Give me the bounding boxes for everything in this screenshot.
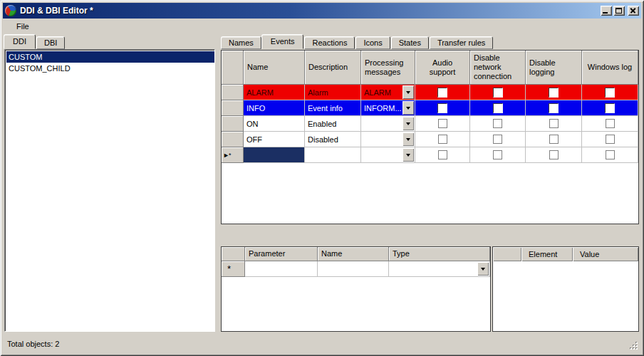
tab-ddi[interactable]: DDI xyxy=(4,34,36,49)
right-tabstrip: Names Events Reactions Icons States Tran… xyxy=(221,34,494,49)
column-header-audio-support[interactable]: Audio support xyxy=(415,51,470,85)
cell-processing-messages[interactable] xyxy=(361,132,415,147)
column-header-element[interactable]: Element xyxy=(521,247,573,261)
windows-log-checkbox[interactable] xyxy=(606,135,615,144)
cell-processing-messages[interactable]: INFORM... xyxy=(361,100,415,116)
column-header-description[interactable]: Description xyxy=(305,51,361,85)
list-item-custom[interactable]: CUSTOM xyxy=(6,51,214,63)
close-button[interactable] xyxy=(628,6,639,16)
tab-states[interactable]: States xyxy=(391,36,429,49)
column-header-processing-messages[interactable]: Processing messages xyxy=(361,51,415,85)
audio-support-checkbox[interactable] xyxy=(438,150,447,159)
cell-name[interactable]: ON xyxy=(244,116,305,132)
table-row-new: ►* xyxy=(222,147,638,163)
disable-logging-checkbox[interactable] xyxy=(549,135,559,144)
menu-item-file[interactable]: File xyxy=(11,21,34,32)
windows-log-checkbox[interactable] xyxy=(605,88,615,98)
tab-transfer-rules[interactable]: Transfer rules xyxy=(430,36,493,49)
minimize-icon xyxy=(603,12,608,14)
cell-description[interactable]: Enabled xyxy=(305,116,361,132)
events-grid: Name Description Processing messages Aud… xyxy=(221,50,639,224)
objects-listbox[interactable]: CUSTOM CUSTOM_CHILD xyxy=(4,49,215,332)
cell-processing-messages[interactable] xyxy=(361,116,415,132)
cell-disable-network xyxy=(470,116,526,132)
chevron-down-icon xyxy=(406,91,410,94)
cell-description[interactable]: Event info xyxy=(305,100,361,116)
disable-logging-checkbox[interactable] xyxy=(549,103,559,113)
audio-support-checkbox[interactable] xyxy=(438,119,447,128)
tab-dbi[interactable]: DBI xyxy=(36,36,65,49)
column-header-type[interactable]: Type xyxy=(389,247,490,261)
cell-name[interactable] xyxy=(318,261,389,277)
new-row-name-cell-selected[interactable] xyxy=(244,147,305,163)
cell-description[interactable]: Disabled xyxy=(305,132,361,147)
cell-processing-messages[interactable]: ALARM xyxy=(361,85,415,100)
dropdown-button[interactable] xyxy=(402,148,414,162)
cell-disable-network xyxy=(470,147,526,163)
column-header-blank[interactable] xyxy=(493,247,521,261)
maximize-button[interactable] xyxy=(613,6,625,16)
list-item-custom-child[interactable]: CUSTOM_CHILD xyxy=(6,63,214,74)
title-bar[interactable]: DDI & DBI Editor * xyxy=(3,3,641,19)
disable-logging-checkbox[interactable] xyxy=(549,119,559,128)
menu-bar: File xyxy=(3,19,641,33)
cell-disable-logging xyxy=(526,147,582,163)
cell-name[interactable]: INFO xyxy=(244,100,305,116)
cell-name[interactable]: ALARM xyxy=(244,85,305,100)
windows-log-checkbox[interactable] xyxy=(606,150,615,159)
dropdown-button[interactable] xyxy=(477,262,489,276)
cell-name[interactable]: OFF xyxy=(244,132,305,147)
tab-icons[interactable]: Icons xyxy=(355,36,390,49)
dropdown-button[interactable] xyxy=(402,132,414,146)
column-header-disable-network[interactable]: Disable network connection xyxy=(470,51,526,85)
cell-processing-messages[interactable] xyxy=(361,147,415,163)
minimize-button[interactable] xyxy=(601,6,612,16)
dropdown-button[interactable] xyxy=(402,117,414,130)
disable-logging-checkbox[interactable] xyxy=(549,150,559,159)
status-bar: Total objects: 2 xyxy=(3,335,641,353)
cell-parameter[interactable] xyxy=(245,261,318,277)
parameters-grid-header: Parameter Name Type xyxy=(222,247,490,261)
column-header-name[interactable]: Name xyxy=(318,247,389,261)
table-row-info: INFO Event info INFORM... xyxy=(222,100,638,116)
audio-support-checkbox[interactable] xyxy=(437,88,447,98)
app-window: DDI & DBI Editor * File DDI DBI CUSTOM C… xyxy=(0,0,644,356)
new-row-selector[interactable]: * xyxy=(222,261,245,277)
cell-type[interactable] xyxy=(389,261,490,277)
column-header-name[interactable]: Name xyxy=(244,51,305,85)
elements-listview[interactable]: Element Value xyxy=(492,246,639,332)
windows-log-checkbox[interactable] xyxy=(605,103,615,113)
tab-names[interactable]: Names xyxy=(221,36,261,49)
disable-network-checkbox[interactable] xyxy=(493,150,502,159)
column-header-value[interactable]: Value xyxy=(573,247,638,261)
row-selector[interactable] xyxy=(222,132,244,147)
row-selector[interactable] xyxy=(222,85,244,100)
tab-events[interactable]: Events xyxy=(261,34,304,49)
cell-disable-network xyxy=(470,85,526,100)
disable-network-checkbox[interactable] xyxy=(493,119,502,128)
row-selector[interactable] xyxy=(222,100,244,116)
audio-support-checkbox[interactable] xyxy=(437,103,447,113)
column-header-parameter[interactable]: Parameter xyxy=(245,247,318,261)
row-selector[interactable] xyxy=(222,116,244,132)
processing-value: ALARM xyxy=(364,88,391,97)
cell-description[interactable] xyxy=(305,147,361,163)
column-header-windows-log[interactable]: Windows log xyxy=(582,51,638,85)
disable-network-checkbox[interactable] xyxy=(493,135,502,144)
audio-support-checkbox[interactable] xyxy=(438,135,447,144)
window-title: DDI & DBI Editor * xyxy=(20,6,599,16)
resize-grip[interactable] xyxy=(630,342,639,351)
cell-audio-support xyxy=(415,85,470,100)
cell-description[interactable]: Alarm xyxy=(305,85,361,100)
cell-disable-network xyxy=(470,132,526,147)
windows-log-checkbox[interactable] xyxy=(606,119,615,128)
table-row-off: OFF Disabled xyxy=(222,132,638,147)
column-header-disable-logging[interactable]: Disable logging xyxy=(526,51,582,85)
disable-network-checkbox[interactable] xyxy=(493,88,503,98)
dropdown-button[interactable] xyxy=(402,101,414,115)
new-row-selector[interactable]: ►* xyxy=(222,147,244,163)
disable-logging-checkbox[interactable] xyxy=(549,88,559,98)
disable-network-checkbox[interactable] xyxy=(493,103,503,113)
dropdown-button[interactable] xyxy=(402,85,414,99)
tab-reactions[interactable]: Reactions xyxy=(304,36,355,49)
